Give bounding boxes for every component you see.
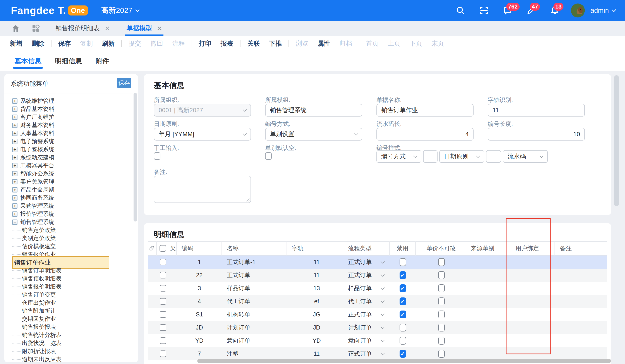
tree-item[interactable]: 销售统计分析表	[4, 331, 138, 339]
tree-expander-icon[interactable]: +	[12, 212, 17, 217]
tree-item[interactable]: 销售报价明细表	[4, 283, 138, 291]
table-row[interactable]: JD 计划订单 JD 计划订单	[148, 321, 607, 334]
default-empty-checkbox[interactable]	[265, 152, 272, 160]
edit-icon[interactable]: 47	[526, 6, 536, 15]
tree-expander-icon[interactable]: +	[12, 171, 17, 176]
tree-item[interactable]: 仓库出货作业	[4, 299, 138, 307]
message-icon[interactable]: 762	[503, 6, 512, 15]
serial-len-input[interactable]	[376, 128, 473, 141]
toolbar-button[interactable]: 提交	[124, 39, 146, 48]
module-input[interactable]	[265, 104, 362, 117]
tree-expander-icon[interactable]: +	[12, 203, 17, 209]
tree-item[interactable]: + 系统动态建模	[4, 153, 138, 161]
close-icon[interactable]: ✕	[104, 25, 110, 32]
style-sep2-input[interactable]	[486, 150, 501, 163]
tree-item[interactable]: + 货品基本资料	[4, 105, 138, 113]
flow-type-select[interactable]: 正式订单	[346, 258, 390, 266]
toolbar-button[interactable]: 属性	[313, 39, 335, 48]
main-vertical-scrollbar[interactable]	[614, 75, 619, 206]
toolbar-button[interactable]: 关联	[243, 39, 264, 48]
tree-item[interactable]: + 系统维护管理	[4, 97, 138, 105]
tree-expander-icon[interactable]: +	[12, 123, 17, 128]
flow-type-select[interactable]: 正式订单	[346, 350, 390, 358]
tree-item[interactable]: + 财务基本资料	[4, 121, 138, 129]
search-icon[interactable]	[456, 6, 465, 15]
code-len-input[interactable]	[488, 128, 585, 141]
tree-expander-icon[interactable]: +	[12, 98, 17, 104]
toolbar-button[interactable]: 复制	[75, 39, 97, 48]
toolbar-button[interactable]: 报表	[216, 39, 238, 48]
flow-type-select[interactable]: 意向订单	[346, 337, 390, 345]
avatar[interactable]	[571, 3, 585, 17]
toolbar-button[interactable]: 打印	[194, 39, 216, 48]
table-row[interactable]: 7 注塑 11 正式订单	[148, 347, 607, 360]
price-lock-checkbox[interactable]	[438, 324, 445, 332]
toolbar-button[interactable]: 刷新	[97, 39, 119, 48]
toolbar-button[interactable]: 保存	[54, 39, 75, 48]
bell-icon[interactable]: 13	[550, 6, 560, 15]
table-row[interactable]: 4 代工订单 ef 代工订单	[148, 295, 607, 308]
table-horizontal-scrollbar[interactable]	[197, 359, 611, 363]
tree-item[interactable]: + 客户厂商维护	[4, 113, 138, 121]
row-checkbox[interactable]	[160, 311, 166, 318]
toolbar-button[interactable]: 上页	[383, 39, 405, 48]
tree-item[interactable]: + 协同商务系统	[4, 194, 138, 202]
tree-item[interactable]: 出货状况一览表	[4, 339, 138, 347]
tree-item[interactable]: + 电子预警系统	[4, 137, 138, 145]
toolbar-button[interactable]: 撤回	[146, 39, 168, 48]
table-row[interactable]: 3 样品订单 13 样品订单	[148, 282, 607, 295]
tree-expander-icon[interactable]: −	[12, 219, 17, 225]
tree-item[interactable]: 交期回复作业	[4, 315, 138, 323]
row-checkbox[interactable]	[160, 272, 166, 278]
date-rule-select[interactable]: 年月 [YYMM]	[154, 128, 251, 141]
tree-expander-icon[interactable]: +	[12, 106, 17, 112]
tree-item[interactable]: + 客户关系管理	[4, 178, 138, 186]
tree-item[interactable]: 销售预收明细表	[4, 274, 138, 283]
flow-type-select[interactable]: 正式订单	[346, 310, 390, 318]
price-lock-checkbox[interactable]	[438, 271, 445, 279]
home-icon[interactable]	[11, 24, 20, 33]
tree-item[interactable]: + 采购管理系统	[4, 202, 138, 210]
disabled-checkbox[interactable]	[400, 310, 406, 318]
flow-type-select[interactable]: 计划订单	[346, 324, 390, 332]
tree-item[interactable]: 销售报价报表	[4, 323, 138, 331]
tree-item[interactable]: + 人事基本资料	[4, 129, 138, 137]
style-part2-select[interactable]: 日期原则	[439, 150, 484, 163]
org-select[interactable]: 0001 | 高新2027	[154, 104, 251, 117]
table-row[interactable]: 22 正式订单 11 正式订单	[148, 269, 607, 282]
toolbar-button[interactable]: 删除	[27, 39, 49, 48]
toolbar-button[interactable]: 新增	[5, 39, 27, 48]
table-row[interactable]: S1 机构转单 JG 正式订单	[148, 308, 607, 321]
toolbar-button[interactable]: 流程	[168, 39, 189, 48]
price-lock-checkbox[interactable]	[438, 298, 445, 305]
tree-expander-icon[interactable]: +	[12, 139, 17, 144]
sidebar-save-button[interactable]: 保存	[117, 78, 131, 88]
row-checkbox[interactable]	[160, 259, 166, 265]
style-part1-select[interactable]: 编号方式	[376, 150, 421, 163]
disabled-checkbox[interactable]	[400, 324, 406, 332]
tree-item[interactable]: 销售定价政策	[4, 226, 138, 234]
tree-item[interactable]: + 产品生命周期	[4, 186, 138, 194]
row-checkbox[interactable]	[160, 285, 166, 292]
tab-basic-info[interactable]: 基本信息	[14, 51, 41, 71]
tab-attachments[interactable]: 附件	[95, 51, 109, 71]
tree-item[interactable]: + 工模器具平台	[4, 161, 138, 170]
tree-item[interactable]: 销售订单变更	[4, 291, 138, 299]
tree-expander-icon[interactable]: +	[12, 115, 17, 120]
remark-textarea[interactable]	[154, 176, 251, 203]
tree-expander-icon[interactable]: +	[12, 187, 17, 192]
toolbar-button[interactable]: 浏览	[291, 39, 313, 48]
apps-icon[interactable]	[31, 24, 40, 33]
flow-type-select[interactable]: 正式订单	[346, 271, 390, 279]
tree-item[interactable]: 附加折让报表	[4, 347, 138, 355]
tree-expander-icon[interactable]: +	[12, 155, 17, 160]
row-checkbox[interactable]	[160, 324, 166, 331]
disabled-checkbox[interactable]	[400, 298, 406, 305]
tab-document-model[interactable]: 单据模型 ✕	[125, 21, 163, 36]
tree-item[interactable]: + 电子签核系统	[4, 145, 138, 153]
toolbar-button[interactable]: 末页	[427, 39, 449, 48]
price-lock-checkbox[interactable]	[438, 350, 445, 358]
table-row[interactable]: 1 正式订单-1 11 正式订单	[148, 256, 607, 269]
tree-item[interactable]: 类别定价政策	[4, 234, 138, 242]
tree-item[interactable]: 销售订单明细表	[4, 267, 138, 274]
